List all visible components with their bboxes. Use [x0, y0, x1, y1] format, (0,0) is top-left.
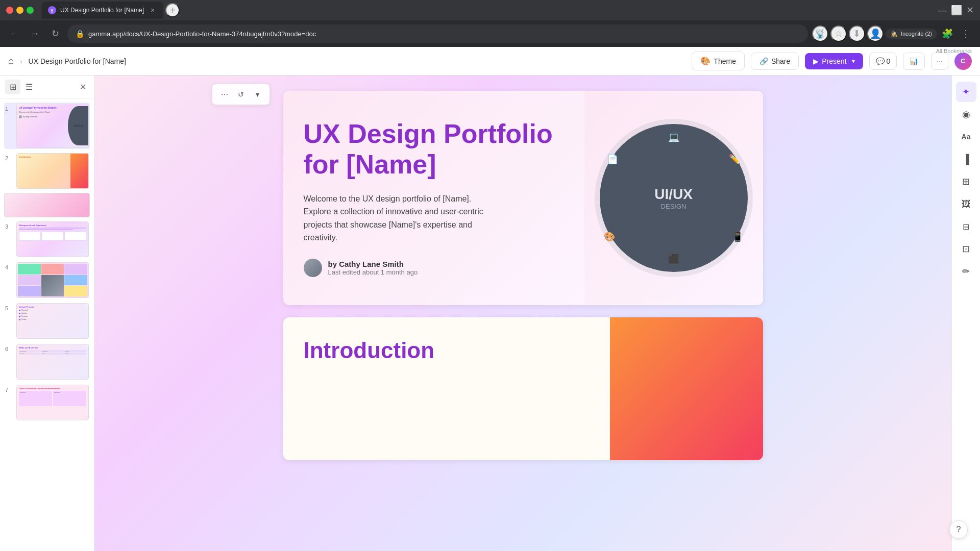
slide-separator — [4, 193, 90, 217]
back-button[interactable]: ← — [6, 26, 22, 42]
slide-thumbnail-4[interactable]: 4 — [4, 261, 90, 299]
cast-icon[interactable]: 📡 — [812, 26, 828, 42]
text-format-icon: Aa — [962, 133, 971, 141]
tab-favicon: γ — [48, 6, 56, 14]
image-icon: 🖼 — [962, 199, 971, 210]
forward-button[interactable]: → — [27, 26, 43, 42]
slide-preview-1: UX Design Portfolio for [Name] Welcome t… — [16, 104, 89, 148]
edit-button[interactable]: ✏ — [956, 261, 976, 282]
analytics-icon: 📊 — [910, 57, 918, 65]
mobile-icon: 📱 — [732, 231, 743, 242]
present-dropdown-arrow: ▾ — [852, 58, 855, 65]
slide-thumbnail-5[interactable]: 5 Design Process Research Ideation Proto… — [4, 302, 90, 340]
download-icon[interactable]: ⬇ — [849, 26, 865, 42]
profile-icon[interactable]: 👤 — [867, 26, 884, 42]
sidebar-close-button[interactable]: ✕ — [77, 81, 89, 93]
slide-card-1: UX Design Portfolio for [Name] Welcome t… — [283, 91, 763, 305]
ai-star-icon: ✦ — [962, 86, 970, 97]
incognito-badge[interactable]: 🕵 Incognito (2) — [886, 29, 937, 39]
slide-rotate-dropdown[interactable]: ▾ — [250, 87, 264, 102]
author-last-edited: Last edited about 1 month ago — [328, 268, 418, 276]
analytics-button[interactable]: 📊 — [903, 53, 925, 70]
text-style-button[interactable]: Aa — [956, 127, 976, 147]
element-button[interactable]: ▐ — [956, 149, 976, 169]
slide-thumbnail-3[interactable]: 3 Background and Experience — [4, 220, 90, 258]
ai-button[interactable]: ✦ — [956, 82, 976, 102]
menu-icon[interactable]: ⋮ — [958, 26, 974, 42]
slide-preview-5: Design Process Research Ideation Prototy… — [16, 303, 89, 339]
comment-button[interactable]: 💬 0 — [869, 53, 897, 70]
slide-toolbar: ⋯ ↺ ▾ — [212, 84, 270, 105]
slide-preview-6: Skills and Expertise User Research Wiref… — [16, 344, 89, 380]
restore-icon[interactable]: ⬜ — [951, 5, 962, 16]
present-button[interactable]: ▶ Present ▾ — [805, 53, 863, 69]
slide-number-5: 5 — [5, 305, 13, 311]
slides-container: UX Design Portfolio for [Name] Welcome t… — [94, 76, 951, 475]
close-icon[interactable]: ✕ — [966, 5, 974, 16]
extensions-icon[interactable]: 🧩 — [939, 26, 955, 42]
color-wheel-icon: ◉ — [962, 109, 970, 120]
author-name: by Cathy Lane Smith — [328, 260, 418, 268]
slide-preview-3: Background and Experience — [16, 221, 89, 257]
image-button[interactable]: 🖼 — [956, 194, 976, 214]
color-theme-button[interactable]: ◉ — [956, 104, 976, 124]
slide-number-4: 4 — [5, 264, 13, 270]
slide-2-left-panel: Introduction — [283, 317, 610, 460]
window-minimize-button[interactable] — [16, 7, 23, 14]
share-button[interactable]: 🔗 Share — [751, 53, 799, 70]
laptop-icon: 💻 — [668, 132, 679, 143]
slide-1-right-panel: UI/UX DESIGN 💻 ✏️ 📱 ⬛ 📄 — [584, 91, 763, 305]
home-icon[interactable]: ⌂ — [8, 56, 14, 66]
browser-frame: γ UX Design Portfolio for [Name] × + — ⬜… — [0, 0, 980, 551]
slide-thumbnail-7[interactable]: 7 Client Testimonials and Recommendation… — [4, 384, 90, 421]
table-button[interactable]: ⊟ — [956, 216, 976, 237]
edit-pen-icon: ✏ — [962, 266, 970, 277]
element-icon: ▐ — [963, 154, 969, 165]
uiux-circle-outer: UI/UX DESIGN 💻 ✏️ 📱 ⬛ 📄 — [595, 119, 753, 277]
bookmarks-bar: All Bookmarks — [936, 46, 972, 55]
window-close-button[interactable] — [6, 7, 13, 14]
slide-rotate-button[interactable]: ↺ — [234, 87, 248, 102]
grid-view-button[interactable]: ⊞ — [5, 80, 20, 94]
play-icon: ▶ — [813, 57, 819, 65]
slide-more-button[interactable]: ⋯ — [217, 87, 232, 102]
slide-thumbnail-6[interactable]: 6 Skills and Expertise User Research Wir… — [4, 343, 90, 381]
incognito-icon: 🕵 — [891, 31, 898, 37]
address-bar[interactable]: 🔒 gamma.app/docs/UX-Design-Portfolio-for… — [67, 24, 808, 43]
slide-number-2: 2 — [5, 155, 13, 161]
active-tab[interactable]: γ UX Design Portfolio for [Name] × — [42, 2, 163, 19]
slide-2-title: Introduction — [304, 338, 590, 363]
all-bookmarks-label[interactable]: All Bookmarks — [936, 48, 972, 54]
comment-count: 0 — [887, 57, 891, 65]
document-icon: 📄 — [607, 154, 618, 165]
embed-button[interactable]: ⊡ — [956, 239, 976, 259]
slide-1-layout: UX Design Portfolio for [Name] Welcome t… — [283, 91, 763, 305]
design-icon: 🎨 — [604, 231, 615, 242]
tab-title: UX Design Portfolio for [Name] — [60, 7, 144, 14]
breadcrumb-title: UX Design Portfolio for [Name] — [29, 57, 126, 65]
window-maximize-button[interactable] — [27, 7, 34, 14]
refresh-button[interactable]: ↻ — [47, 26, 63, 42]
table-icon: ⊟ — [963, 222, 969, 232]
theme-button[interactable]: 🎨 Theme — [692, 52, 745, 70]
list-view-button[interactable]: ☰ — [21, 80, 37, 94]
uiux-circle: UI/UX DESIGN 💻 ✏️ 📱 ⬛ 📄 — [600, 124, 748, 272]
minimize-icon[interactable]: — — [938, 5, 947, 16]
theme-label: Theme — [714, 57, 736, 65]
tab-close-button[interactable]: × — [148, 6, 157, 15]
slide-thumbnail-1[interactable]: 1 UX Design Portfolio for [Name] Welcome… — [4, 103, 90, 149]
slide-2-layout: Introduction — [283, 317, 763, 460]
slide-1-description: Welcome to the UX design portfolio of [N… — [304, 192, 487, 244]
slide-1-title: UX Design Portfolio for [Name] — [304, 119, 564, 180]
share-label: Share — [771, 57, 790, 65]
bookmark-star-icon[interactable]: ☆ — [830, 26, 847, 42]
slide-2-right-panel — [610, 317, 763, 460]
embed-icon: ⊡ — [962, 243, 970, 255]
slide-thumbnail-2[interactable]: 2 Introduction — [4, 152, 90, 190]
slide-preview-4 — [16, 262, 89, 298]
share-icon: 🔗 — [760, 57, 768, 65]
layout-button[interactable]: ⊞ — [956, 171, 976, 192]
new-tab-button[interactable]: + — [165, 3, 180, 17]
help-button[interactable]: ? — [949, 520, 968, 539]
sp1-avatar — [19, 115, 22, 118]
